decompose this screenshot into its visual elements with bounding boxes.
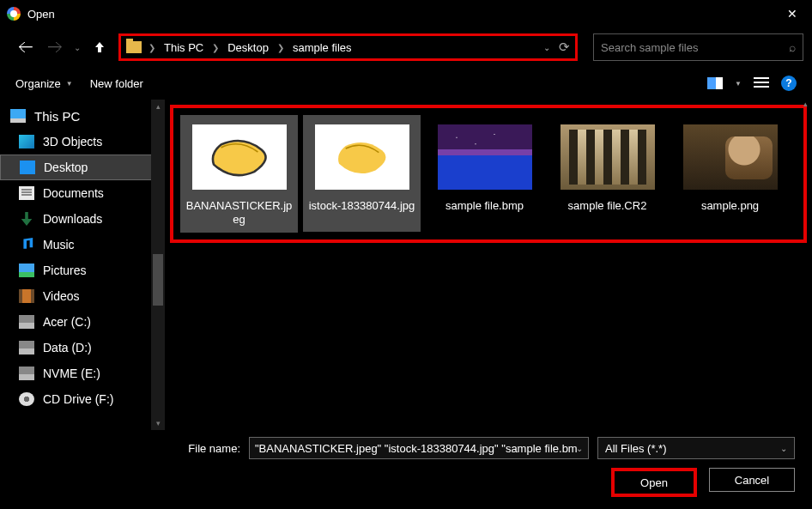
file-thumbnail <box>427 120 542 194</box>
desk-icon <box>20 161 35 174</box>
file-thumbnail <box>550 120 664 194</box>
cube-icon <box>19 135 34 148</box>
organize-menu[interactable]: Organize ▼ <box>15 77 73 90</box>
cd-icon <box>19 392 34 406</box>
organize-label: Organize <box>15 77 61 90</box>
content-scroll-up[interactable]: ▴ <box>798 100 812 117</box>
sidebar-item-3d-objects[interactable]: 3D Objects <box>0 129 165 155</box>
sidebar-item-label: Desktop <box>44 161 88 174</box>
file-item[interactable]: BANANASTICKER.jpeg <box>180 115 298 233</box>
history-dropdown[interactable]: ⌄ <box>74 43 81 52</box>
filter-select[interactable]: All Files (*.*) ⌄ <box>597 437 795 459</box>
chrome-icon <box>7 7 21 21</box>
chevron-right-icon: ❯ <box>210 43 221 52</box>
sidebar-item-documents[interactable]: Documents <box>0 180 165 206</box>
nav-row: 🡠 🡢 ⌄ ❯ This PC ❯ Desktop ❯ sample files… <box>0 27 812 67</box>
sidebar-item-music[interactable]: Music <box>0 232 165 258</box>
vid-icon <box>19 289 34 303</box>
address-bar[interactable]: ❯ This PC ❯ Desktop ❯ sample files ⌄ ⟳ <box>118 33 578 61</box>
sidebar-item-pictures[interactable]: Pictures <box>0 258 165 283</box>
chevron-right-icon: ❯ <box>147 43 157 52</box>
up-button[interactable] <box>89 37 110 58</box>
filename-value: "BANANASTICKER.jpeg" "istock-183380744.j… <box>255 442 578 455</box>
view-dropdown[interactable]: ▼ <box>735 80 742 88</box>
chevron-right-icon: ❯ <box>276 43 286 52</box>
drive-icon <box>19 315 34 329</box>
title-bar: Open ✕ <box>0 0 812 27</box>
sidebar-item-label: NVME (E:) <box>43 367 100 380</box>
help-button[interactable]: ? <box>781 76 797 91</box>
doc-icon <box>19 186 34 200</box>
back-button[interactable]: 🡠 <box>15 37 36 58</box>
sidebar-root[interactable]: This PC <box>0 103 165 129</box>
sidebar-item-downloads[interactable]: Downloads <box>0 206 165 232</box>
chevron-down-icon: ⌄ <box>780 444 787 453</box>
sidebar-item-label: Music <box>43 238 75 251</box>
open-button[interactable]: Open <box>611 468 697 497</box>
breadcrumb-item[interactable]: sample files <box>288 38 357 58</box>
search-icon: ⌕ <box>789 40 796 54</box>
sidebar-item-desktop[interactable]: Desktop <box>0 155 165 180</box>
view-preview-icon[interactable] <box>754 77 769 89</box>
filename-label: File name: <box>0 442 240 455</box>
file-thumbnail <box>305 120 419 194</box>
sidebar-item-label: Videos <box>43 289 80 303</box>
file-item[interactable]: sample.png <box>671 115 789 232</box>
filter-value: All Files (*.*) <box>605 442 667 455</box>
sidebar-item-label: 3D Objects <box>43 135 102 148</box>
scroll-down-icon[interactable]: ▾ <box>151 416 165 430</box>
sidebar-item-label: Data (D:) <box>43 341 92 354</box>
forward-button[interactable]: 🡢 <box>45 37 65 58</box>
file-label: sample file.bmp <box>427 199 542 227</box>
music-icon <box>19 238 34 251</box>
new-folder-label: New folder <box>90 77 143 90</box>
filename-input[interactable]: "BANANASTICKER.jpeg" "istock-183380744.j… <box>249 437 589 459</box>
file-label: BANANASTICKER.jpeg <box>182 199 296 227</box>
file-label: sample file.CR2 <box>550 199 664 227</box>
address-dropdown[interactable]: ⌄ <box>543 43 550 52</box>
sidebar-item-cd-drive-f-[interactable]: CD Drive (F:) <box>0 386 165 412</box>
sidebar-root-label: This PC <box>34 109 80 124</box>
scroll-up-icon[interactable]: ▴ <box>151 100 165 113</box>
chevron-down-icon: ▼ <box>66 80 73 88</box>
breadcrumb-item[interactable]: Desktop <box>222 38 274 58</box>
close-button[interactable]: ✕ <box>773 0 812 27</box>
file-label: istock-183380744.jpg <box>305 199 419 227</box>
drive-icon <box>19 367 34 380</box>
pic-icon <box>19 264 34 277</box>
pc-icon <box>10 109 26 123</box>
sidebar-item-data-d-[interactable]: Data (D:) <box>0 335 165 361</box>
sidebar-item-nvme-e-[interactable]: NVME (E:) <box>0 361 165 386</box>
window-title: Open <box>27 8 55 21</box>
search-input[interactable] <box>601 41 789 54</box>
file-item[interactable]: istock-183380744.jpg <box>303 115 421 232</box>
file-label: sample.png <box>673 199 787 227</box>
cancel-label: Cancel <box>735 474 769 487</box>
sidebar-item-acer-c-[interactable]: Acer (C:) <box>0 309 165 335</box>
cancel-button[interactable]: Cancel <box>709 468 795 492</box>
filename-dropdown[interactable]: ⌄ <box>576 444 583 453</box>
toolbar: Organize ▼ New folder ▼ ? <box>0 67 812 100</box>
sidebar-item-label: Documents <box>43 186 104 200</box>
file-item[interactable]: sample file.CR2 <box>548 115 666 232</box>
view-thumbnails-icon[interactable] <box>707 77 723 89</box>
refresh-button[interactable]: ⟳ <box>559 39 570 55</box>
sidebar: This PC3D ObjectsDesktopDocumentsDownloa… <box>0 100 165 430</box>
footer: File name: "BANANASTICKER.jpeg" "istock-… <box>0 430 812 504</box>
new-folder-button[interactable]: New folder <box>90 77 143 90</box>
file-pane[interactable]: BANANASTICKER.jpegistock-183380744.jpgsa… <box>165 100 812 430</box>
search-box[interactable]: ⌕ <box>593 33 803 61</box>
drive-icon <box>19 341 34 354</box>
scroll-thumb[interactable] <box>153 254 163 306</box>
main-area: This PC3D ObjectsDesktopDocumentsDownloa… <box>0 100 812 430</box>
down-icon <box>19 212 34 226</box>
sidebar-item-label: Acer (C:) <box>43 315 91 329</box>
sidebar-item-label: CD Drive (F:) <box>43 392 113 406</box>
breadcrumb-item[interactable]: This PC <box>159 38 209 58</box>
sidebar-item-label: Pictures <box>43 264 87 277</box>
sidebar-item-label: Downloads <box>43 212 102 226</box>
sidebar-item-videos[interactable]: Videos <box>0 283 165 309</box>
sidebar-scrollbar[interactable]: ▴ ▾ <box>151 100 165 430</box>
file-item[interactable]: sample file.bmp <box>426 115 543 232</box>
file-thumbnail <box>673 120 787 194</box>
